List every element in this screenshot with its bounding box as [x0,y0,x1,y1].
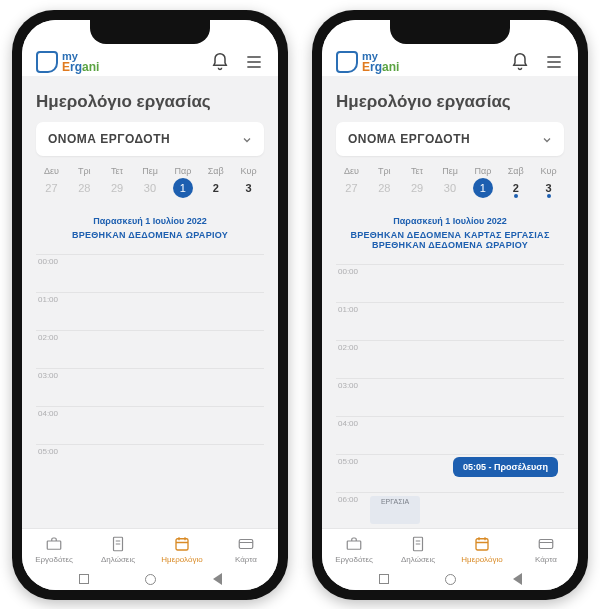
weekday-fri: Παρ [467,166,498,176]
back-icon[interactable] [213,573,222,585]
logo-line2: Ergani [362,62,399,73]
weekday-thu: Πεμ [435,166,466,176]
found-schedule-text: ΒΡΕΘΗΚΑΝ ΔΕΔΟΜΕΝΑ ΩΡΑΡΙΟΥ [36,230,264,240]
bell-icon[interactable] [210,52,230,72]
card-icon [537,535,555,553]
nav-calendar[interactable]: Ημερολόγιο [150,535,214,564]
phone-screen: my Ergani Ημερολόγιο εργασίας ΟΝΟΜΑ ΕΡΓΟ… [322,20,578,590]
weekday-mon: Δευ [36,166,67,176]
day-cell[interactable]: 2 [200,178,231,194]
weekday-wed: Τετ [402,166,433,176]
briefcase-icon [345,535,363,553]
nav-employers[interactable]: Εργοδότες [22,535,86,564]
hour-row: 00:00 [36,254,264,292]
weekday-fri: Παρ [167,166,198,176]
weekday-tue: Τρι [69,166,100,176]
hour-row: 02:00 [36,330,264,368]
timeline[interactable]: 00:00 01:00 02:00 03:00 04:00 05:00 [36,254,264,528]
week-header: Δευ Τρι Τετ Πεμ Παρ Σαβ Κυρ 27 28 29 30 … [336,166,564,194]
home-icon[interactable] [445,574,456,585]
day-cell[interactable]: 27 [36,178,67,194]
bell-icon[interactable] [510,52,530,72]
logo-line2: Ergani [62,62,99,73]
nav-label: Εργοδότες [35,555,73,564]
day-cell[interactable]: 3 [233,178,264,194]
nav-label: Κάρτα [535,555,557,564]
hour-row: 02:00 [336,340,564,378]
day-cell[interactable]: 28 [369,178,400,194]
found-card-text: ΒΡΕΘΗΚΑΝ ΔΕΔΟΜΕΝΑ ΚΑΡΤΑΣ ΕΡΓΑΣΙΑΣ [336,230,564,240]
week-header: Δευ Τρι Τετ Πεμ Παρ Σαβ Κυρ 27 28 29 30 … [36,166,264,194]
calendar-icon [173,535,191,553]
hour-row: 05:00 [36,444,264,482]
day-cell-selected[interactable]: 1 [467,178,498,194]
day-cell[interactable]: 30 [435,178,466,194]
phone-right: my Ergani Ημερολόγιο εργασίας ΟΝΟΜΑ ΕΡΓΟ… [312,10,588,600]
nav-card[interactable]: Κάρτα [214,535,278,564]
day-cell[interactable]: 3 [533,178,564,194]
menu-icon[interactable] [544,52,564,72]
hour-row: 04:00 [36,406,264,444]
day-cell-selected[interactable]: 1 [167,178,198,194]
bottom-nav: Εργοδότες Δηλώσεις Ημερολόγιο Κάρτα [22,528,278,568]
page-title: Ημερολόγιο εργασίας [336,86,564,122]
nav-label: Δηλώσεις [101,555,135,564]
svg-rect-24 [539,540,553,549]
timeline[interactable]: 00:00 01:00 02:00 03:00 04:00 05:00 05:0… [336,264,564,528]
day-cell[interactable]: 27 [336,178,367,194]
logo-icon [36,51,58,73]
nav-label: Κάρτα [235,555,257,564]
bottom-nav: Εργοδότες Δηλώσεις Ημερολόγιο Κάρτα [322,528,578,568]
day-cell[interactable]: 29 [102,178,133,194]
calendar-icon [473,535,491,553]
hour-row: 01:00 [336,302,564,340]
card-icon [237,535,255,553]
day-cell[interactable]: 28 [69,178,100,194]
nav-declarations[interactable]: Δηλώσεις [86,535,150,564]
nav-label: Ημερολόγιο [461,555,502,564]
back-icon[interactable] [513,573,522,585]
recent-apps-icon[interactable] [79,574,89,584]
weekday-sat: Σαβ [200,166,231,176]
phone-notch [390,20,510,44]
nav-label: Δηλώσεις [401,555,435,564]
chevron-down-icon [242,134,252,144]
svg-rect-3 [47,541,61,549]
work-block[interactable]: ΕΡΓΑΣΙΑ [370,496,420,524]
phone-notch [90,20,210,44]
day-cell[interactable]: 29 [402,178,433,194]
document-icon [109,535,127,553]
nav-employers[interactable]: Εργοδότες [322,535,386,564]
hour-row: 04:00 [336,416,564,454]
found-schedule-text: ΒΡΕΘΗΚΑΝ ΔΕΔΟΜΕΝΑ ΩΡΑΡΙΟΥ [336,240,564,250]
svg-rect-20 [476,539,488,550]
home-icon[interactable] [145,574,156,585]
document-icon [409,535,427,553]
briefcase-icon [45,535,63,553]
nav-declarations[interactable]: Δηλώσεις [386,535,450,564]
event-pill[interactable]: 05:05 - Προσέλευση [453,457,558,477]
chevron-down-icon [542,134,552,144]
page-title: Ημερολόγιο εργασίας [36,86,264,122]
recent-apps-icon[interactable] [379,574,389,584]
hour-row: 01:00 [36,292,264,330]
nav-calendar[interactable]: Ημερολόγιο [450,535,514,564]
android-nav [22,568,278,590]
phone-screen: my Ergani Ημερολόγιο εργασίας ΟΝΟΜΑ ΕΡΓΟ… [22,20,278,590]
svg-rect-7 [176,539,188,550]
logo-icon [336,51,358,73]
day-cell[interactable]: 30 [135,178,166,194]
weekday-sat: Σαβ [500,166,531,176]
day-cell[interactable]: 2 [500,178,531,194]
weekday-wed: Τετ [102,166,133,176]
menu-icon[interactable] [244,52,264,72]
nav-label: Ημερολόγιο [161,555,202,564]
hour-row: 00:00 [336,264,564,302]
weekday-sun: Κυρ [533,166,564,176]
hour-row: 03:00 [336,378,564,416]
employer-dropdown[interactable]: ΟΝΟΜΑ ΕΡΓΟΔΟΤΗ [336,122,564,156]
weekday-mon: Δευ [336,166,367,176]
employer-dropdown[interactable]: ΟΝΟΜΑ ΕΡΓΟΔΟΤΗ [36,122,264,156]
employer-dropdown-label: ΟΝΟΜΑ ΕΡΓΟΔΟΤΗ [48,132,170,146]
nav-card[interactable]: Κάρτα [514,535,578,564]
